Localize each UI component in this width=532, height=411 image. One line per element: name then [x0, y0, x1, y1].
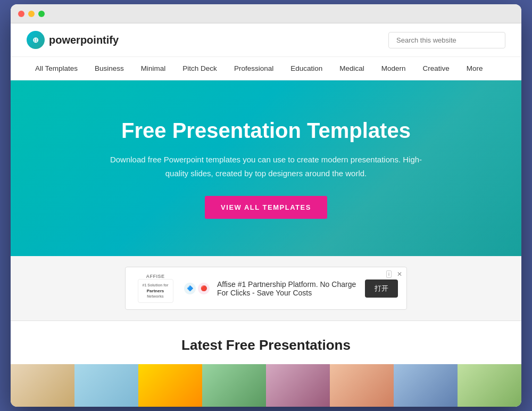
nav-item-pitch-deck[interactable]: Pitch Deck [174, 57, 226, 80]
thumbnail-row [11, 364, 521, 407]
ad-icons: 🔷 🔴 [184, 283, 210, 294]
ad-section: i ✕ AFFISE #1 Solution for Partners Netw… [11, 256, 521, 321]
thumb-4[interactable] [202, 364, 266, 407]
nav-item-business[interactable]: Business [86, 57, 132, 80]
hero-content: Free Presentation Templates Download fre… [106, 118, 426, 219]
site-nav: All Templates Business Minimal Pitch Dec… [11, 57, 521, 80]
maximize-dot[interactable] [38, 11, 45, 17]
thumb-3[interactable] [138, 364, 202, 407]
minimize-dot[interactable] [28, 11, 35, 17]
close-dot[interactable] [18, 11, 24, 17]
nav-item-professional[interactable]: Professional [226, 57, 282, 80]
ad-icon-2: 🔴 [198, 283, 210, 294]
site-header: ⊕ powerpointify [11, 23, 521, 57]
ad-logo: AFFISE #1 Solution for Partners Networks [134, 274, 177, 303]
ad-close-button[interactable]: ✕ [397, 270, 402, 278]
logo[interactable]: ⊕ powerpointify [27, 31, 119, 49]
latest-section: Latest Free Presentations [11, 321, 521, 364]
hero-subtitle: Download free Powerpoint templates you c… [106, 153, 426, 180]
logo-icon: ⊕ [27, 31, 45, 49]
hero-section: Free Presentation Templates Download fre… [11, 80, 521, 256]
thumb-1[interactable] [11, 364, 74, 407]
ad-brand-label: AFFISE [146, 274, 164, 279]
ad-info-icon[interactable]: i [386, 270, 392, 278]
browser-titlebar [11, 4, 521, 23]
thumb-7[interactable] [394, 364, 458, 407]
thumb-6[interactable] [330, 364, 394, 407]
nav-item-education[interactable]: Education [282, 57, 331, 80]
thumb-2[interactable] [74, 364, 138, 407]
ad-open-button[interactable]: 打开 [365, 280, 398, 298]
hero-title: Free Presentation Templates [106, 118, 426, 143]
search-input[interactable] [388, 32, 505, 48]
ad-badge: #1 Solution for Partners Networks [138, 279, 173, 303]
nav-item-creative[interactable]: Creative [414, 57, 458, 80]
ad-banner: i ✕ AFFISE #1 Solution for Partners Netw… [125, 267, 407, 310]
ad-text: Affise #1 Partnership Platform. No Charg… [217, 280, 358, 297]
latest-title: Latest Free Presentations [27, 337, 505, 354]
view-all-templates-button[interactable]: VIEW ALL TEMPLATES [205, 196, 327, 219]
ad-icon-1: 🔷 [184, 283, 196, 294]
nav-item-more[interactable]: More [458, 57, 492, 80]
nav-item-all-templates[interactable]: All Templates [27, 57, 86, 80]
nav-item-medical[interactable]: Medical [331, 57, 373, 80]
logo-text: powerpointify [49, 34, 119, 46]
browser-window: ⊕ powerpointify All Templates Business M… [11, 4, 521, 407]
nav-item-modern[interactable]: Modern [373, 57, 414, 80]
nav-item-minimal[interactable]: Minimal [132, 57, 174, 80]
thumb-5[interactable] [266, 364, 330, 407]
thumb-8[interactable] [458, 364, 521, 407]
